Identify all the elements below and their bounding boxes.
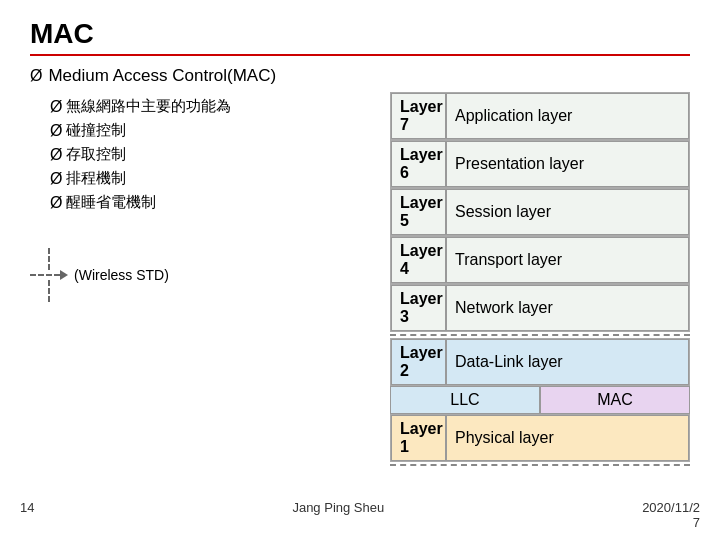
osi-row-1: Layer 1 Physical layer: [390, 414, 690, 462]
layer-6-name: Presentation layer: [446, 141, 689, 187]
dashed-v-top: [48, 248, 50, 270]
bullet-4-symbol: Ø: [50, 194, 62, 212]
right-column: Layer 7 Application layer Layer 6 Presen…: [390, 92, 690, 468]
footer-page-num: 14: [20, 500, 34, 530]
sub-bullet-4: Ø 醒睡省電機制: [50, 193, 370, 212]
title-divider: [30, 54, 690, 56]
sub-bullet-2-text: 存取控制: [66, 145, 126, 164]
bullet-2-symbol: Ø: [50, 146, 62, 164]
main-bullet-text: Medium Access Control(MAC): [48, 66, 276, 86]
sub-bullet-2: Ø 存取控制: [50, 145, 370, 164]
layer-4-num: Layer 4: [391, 237, 446, 283]
osi-row-3: Layer 3 Network layer: [390, 284, 690, 332]
llc-cell: LLC: [390, 386, 540, 414]
osi-row-7: Layer 7 Application layer: [390, 92, 690, 140]
dashed-h: [30, 270, 68, 280]
footer-date-slide: 2020/11/2 7: [642, 500, 700, 530]
osi-table: Layer 7 Application layer Layer 6 Presen…: [390, 92, 690, 466]
bullet-3-symbol: Ø: [50, 170, 62, 188]
layer-4-name: Transport layer: [446, 237, 689, 283]
layer-5-name: Session layer: [446, 189, 689, 235]
left-column: Ø 無線網路中主要的功能為 Ø 碰撞控制 Ø 存取控制 Ø 排程機制 Ø 醒睡省…: [30, 92, 370, 468]
osi-row-6: Layer 6 Presentation layer: [390, 140, 690, 188]
sub-main-bullet: Ø 無線網路中主要的功能為: [50, 97, 370, 116]
dashed-separator-top: [390, 334, 690, 336]
dashed-separator-bottom: [390, 464, 690, 466]
layer-6-num: Layer 6: [391, 141, 446, 187]
footer-date: 2020/11/2: [642, 500, 700, 515]
osi-row-2: Layer 2 Data-Link layer: [390, 338, 690, 386]
page-title: MAC: [30, 18, 690, 50]
layer-5-num: Layer 5: [391, 189, 446, 235]
layer-2-sub-row: LLC MAC: [390, 386, 690, 414]
main-bullet: Ø Medium Access Control(MAC): [30, 66, 690, 86]
bullet-symbol-sub-main: Ø: [50, 98, 62, 116]
layer-3-num: Layer 3: [391, 285, 446, 331]
dashed-v-bot: [48, 280, 50, 302]
content-area: Ø 無線網路中主要的功能為 Ø 碰撞控制 Ø 存取控制 Ø 排程機制 Ø 醒睡省…: [30, 92, 690, 468]
layer-2-num: Layer 2: [391, 339, 446, 385]
sub-main-bullet-text: 無線網路中主要的功能為: [66, 97, 231, 116]
footer-author: Jang Ping Sheu: [292, 500, 384, 530]
layer-3-name: Network layer: [446, 285, 689, 331]
layer-1-name: Physical layer: [446, 415, 689, 461]
layer-2-name: Data-Link layer: [446, 339, 689, 385]
sub-bullet-3-text: 排程機制: [66, 169, 126, 188]
layer-1-num: Layer 1: [391, 415, 446, 461]
wireless-std-label: (Wireless STD): [74, 267, 169, 283]
bullet-symbol-main: Ø: [30, 67, 42, 85]
wireless-std-row: (Wireless STD): [30, 248, 370, 302]
bullet-1-symbol: Ø: [50, 122, 62, 140]
osi-row-5: Layer 5 Session layer: [390, 188, 690, 236]
layer-7-num: Layer 7: [391, 93, 446, 139]
footer-slide: 7: [642, 515, 700, 530]
sub-bullet-1-text: 碰撞控制: [66, 121, 126, 140]
sub-bullet-3: Ø 排程機制: [50, 169, 370, 188]
osi-row-4: Layer 4 Transport layer: [390, 236, 690, 284]
footer: 14 Jang Ping Sheu 2020/11/2 7: [0, 500, 720, 530]
mac-cell: MAC: [540, 386, 690, 414]
layer-7-name: Application layer: [446, 93, 689, 139]
dashed-h-line: [30, 274, 60, 276]
dashed-arrow-left: [30, 248, 68, 302]
arrow-right-tip: [60, 270, 68, 280]
sub-bullet-4-text: 醒睡省電機制: [66, 193, 156, 212]
page-container: MAC Ø Medium Access Control(MAC) Ø 無線網路中…: [0, 0, 720, 540]
sub-bullet-1: Ø 碰撞控制: [50, 121, 370, 140]
